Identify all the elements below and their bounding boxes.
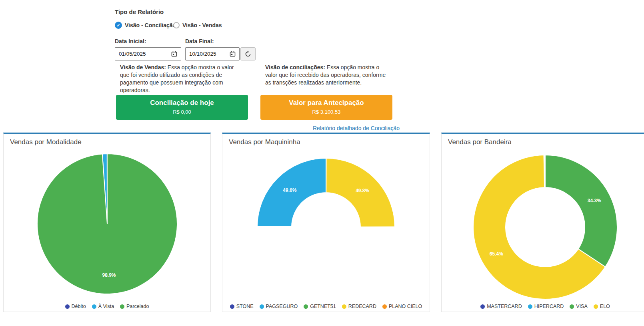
bandeira-doughnut-chart: 34.3%65.4% <box>442 150 644 299</box>
panel-title-bandeira: Vendas por Bandeira <box>442 134 644 150</box>
legend-label: ELO <box>600 304 610 309</box>
legend-label: HIPERCARD <box>534 304 564 309</box>
valor-antecipacao-value: R$ 3.100,53 <box>260 109 392 115</box>
radio-unchecked-icon <box>173 22 180 28</box>
bandeira-legend: MASTERCARDHIPERCARDVISAELO <box>442 304 644 309</box>
legend-item-débito[interactable]: Débito <box>65 304 86 309</box>
vendas-description-lead: Visão de Vendas: <box>120 64 166 70</box>
radio-checked-icon: ✓ <box>115 22 122 29</box>
refresh-button[interactable] <box>240 47 256 60</box>
conciliacao-description-lead: Visão de conciliações: <box>265 64 325 70</box>
legend-label: STONE <box>236 304 254 309</box>
legend-label: GETNET51 <box>310 304 336 309</box>
slice-percentage-label: 49.8% <box>356 188 369 193</box>
legend-item-hipercard[interactable]: HIPERCARD <box>528 304 564 309</box>
legend-dot <box>304 304 308 309</box>
calendar-icon[interactable] <box>171 51 177 57</box>
legend-dot <box>65 304 70 309</box>
legend-dot <box>382 304 387 309</box>
panel-vendas-maquininha: Vendas por Maquininha 49.6%49.8% STONEPA… <box>222 133 430 312</box>
chart-slice-plano-cielo <box>360 227 395 227</box>
legend-item-visa[interactable]: VISA <box>570 304 588 309</box>
legend-dot <box>230 304 234 309</box>
modalidade-pie-chart: 98.9% <box>4 150 210 299</box>
legend-label: À Vista <box>98 304 114 309</box>
legend-dot <box>260 304 264 309</box>
calendar-icon[interactable] <box>230 51 236 57</box>
modalidade-legend: DébitoÀ VistaParcelado <box>4 304 210 309</box>
radio-vendas-label: Visão - Vendas <box>182 22 222 28</box>
legend-dot <box>594 304 598 309</box>
legend-item-stone[interactable]: STONE <box>230 304 254 309</box>
maquininha-semi-doughnut-chart: 49.6%49.8% <box>222 150 430 299</box>
valor-antecipacao-button[interactable]: Valor para Antecipação R$ 3.100,53 <box>260 95 392 120</box>
legend-item-plano-cielo[interactable]: PLANO CIELO <box>382 304 422 309</box>
legend-item-à-vista[interactable]: À Vista <box>92 304 114 309</box>
legend-item-elo[interactable]: ELO <box>594 304 610 309</box>
refresh-icon <box>245 51 251 57</box>
legend-label: MASTERCARD <box>487 304 522 309</box>
vendas-description: Visão de Vendas: Essa opção mostra o val… <box>120 64 238 94</box>
legend-item-redecard[interactable]: REDECARD <box>342 304 376 309</box>
slice-percentage-label: 98.9% <box>102 272 116 278</box>
data-inicial-label: Data Inicial: <box>115 38 146 44</box>
relatorio-detalhado-link[interactable]: Relatório detalhado de Conciliação <box>313 125 400 131</box>
panel-vendas-modalidade: Vendas por Modalidade 98.9% DébitoÀ Vist… <box>3 133 211 312</box>
legend-dot <box>528 304 532 309</box>
chart-slice-visa <box>545 155 617 267</box>
legend-label: PLANO CIELO <box>389 304 422 309</box>
legend-dot <box>342 304 346 309</box>
legend-label: Débito <box>72 304 86 309</box>
data-final-label: Data Final: <box>185 38 214 44</box>
legend-item-pagseguro[interactable]: PAGSEGURO <box>260 304 298 309</box>
tipo-de-relatorio-label: Tipo de Relatório <box>115 8 164 15</box>
data-inicial-value: 01/05/2025 <box>119 51 146 57</box>
conciliacao-hoje-title: Conciliação de hoje <box>116 99 248 107</box>
legend-label: VISA <box>576 304 588 309</box>
data-inicial-input[interactable]: 01/05/2025 <box>115 47 181 60</box>
legend-dot <box>570 304 574 309</box>
radio-visao-vendas[interactable]: Visão - Vendas <box>173 22 222 28</box>
valor-antecipacao-title: Valor para Antecipação <box>260 99 392 107</box>
slice-percentage-label: 49.6% <box>283 187 296 193</box>
slice-percentage-label: 34.3% <box>588 198 601 203</box>
legend-dot <box>92 304 96 309</box>
legend-item-parcelado[interactable]: Parcelado <box>120 304 149 309</box>
conciliacao-hoje-button[interactable]: Conciliação de hoje R$ 0,00 <box>116 95 248 120</box>
panel-vendas-bandeira: Vendas por Bandeira 34.3%65.4% MASTERCAR… <box>441 133 644 312</box>
maquininha-legend: STONEPAGSEGUROGETNET51REDECARDPLANO CIEL… <box>222 304 430 309</box>
panel-title-maquininha: Vendas por Maquininha <box>222 134 430 150</box>
radio-visao-conciliacao[interactable]: ✓ Visão - Conciliação <box>115 22 176 29</box>
panel-title-modalidade: Vendas por Modalidade <box>4 134 210 150</box>
conciliacao-hoje-value: R$ 0,00 <box>116 109 248 115</box>
conciliacao-description: Visão de conciliações: Essa opção mostra… <box>265 64 392 87</box>
legend-dot <box>120 304 124 309</box>
data-final-value: 10/10/2025 <box>189 51 216 57</box>
legend-item-getnet51[interactable]: GETNET51 <box>304 304 336 309</box>
legend-label: PAGSEGURO <box>266 304 298 309</box>
legend-label: Parcelado <box>126 304 149 309</box>
legend-item-mastercard[interactable]: MASTERCARD <box>480 304 522 309</box>
radio-conciliacao-label: Visão - Conciliação <box>125 22 176 28</box>
legend-label: REDECARD <box>348 304 376 309</box>
slice-percentage-label: 65.4% <box>490 251 503 257</box>
legend-dot <box>480 304 485 309</box>
data-final-input[interactable]: 10/10/2025 <box>185 47 240 60</box>
